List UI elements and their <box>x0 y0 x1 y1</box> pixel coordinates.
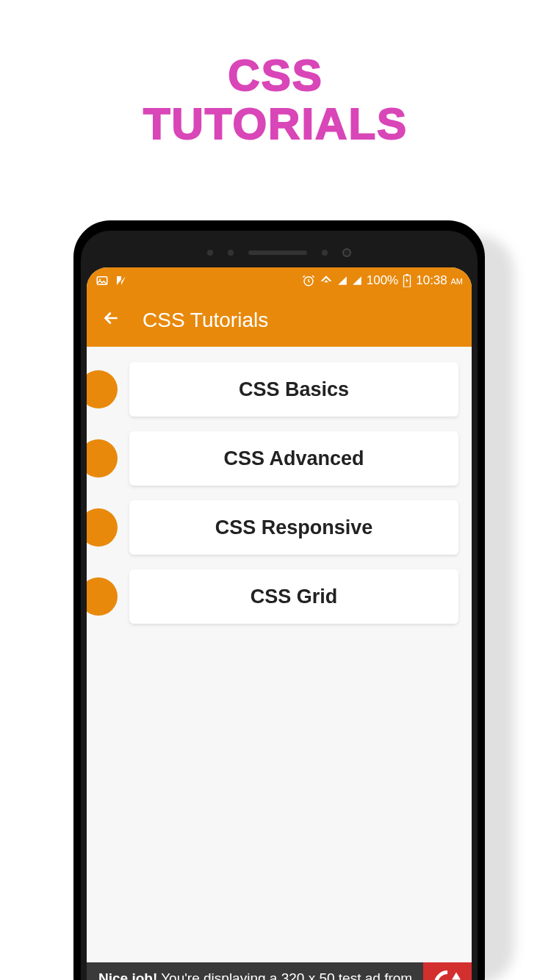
admob-logo: AdMob by Google <box>423 962 472 980</box>
status-left <box>96 274 128 287</box>
alarm-icon <box>302 274 315 287</box>
svg-rect-4 <box>406 274 408 275</box>
back-arrow-icon[interactable] <box>101 309 120 333</box>
phone-frame: 100% 10:38 AM CSS Tutorials CSS Basi <box>73 220 485 980</box>
promo-title: CSS TUTORIALS <box>0 0 551 178</box>
phone-screen: 100% 10:38 AM CSS Tutorials CSS Basi <box>87 267 472 980</box>
sensor-dot-icon <box>322 250 328 256</box>
ad-banner[interactable]: Nice job! You're displaying a 320 x 50 t… <box>87 962 472 980</box>
ad-bold-text: Nice job! <box>98 970 157 980</box>
promo-line-1: CSS <box>228 51 323 100</box>
sensor-dot-icon <box>207 250 213 256</box>
app-bar: CSS Tutorials <box>87 294 472 347</box>
item-label: CSS Responsive <box>215 516 373 539</box>
item-bullet-icon <box>87 508 118 547</box>
item-label: CSS Basics <box>239 378 349 401</box>
status-right: 100% 10:38 AM <box>302 273 463 288</box>
phone-frame-inner: 100% 10:38 AM CSS Tutorials CSS Basi <box>81 231 478 980</box>
list-item[interactable]: CSS Responsive <box>87 500 472 555</box>
item-bullet-icon <box>87 439 118 478</box>
item-bullet-icon <box>87 577 118 616</box>
content-area: CSS Basics CSS Advanced CSS Responsive <box>87 347 472 980</box>
sensor-dot-icon <box>228 250 234 256</box>
list-item[interactable]: CSS Grid <box>87 569 472 624</box>
speaker-icon <box>248 251 307 255</box>
ad-text: Nice job! You're displaying a 320 x 50 t… <box>98 970 423 980</box>
status-time: 10:38 AM <box>416 273 463 288</box>
signal-icon <box>352 275 362 286</box>
nougat-icon <box>115 274 128 287</box>
item-card[interactable]: CSS Grid <box>129 569 458 624</box>
signal-icon <box>337 275 347 286</box>
app-title: CSS Tutorials <box>143 309 268 332</box>
status-bar: 100% 10:38 AM <box>87 267 472 294</box>
image-notification-icon <box>96 274 109 287</box>
front-camera-icon <box>342 248 351 257</box>
item-card[interactable]: CSS Basics <box>129 362 458 417</box>
item-card[interactable]: CSS Responsive <box>129 500 458 555</box>
admob-logo-icon <box>429 965 467 980</box>
battery-percent: 100% <box>367 273 398 288</box>
item-label: CSS Grid <box>251 586 338 608</box>
list-item[interactable]: CSS Basics <box>87 361 472 417</box>
item-bullet-icon <box>87 370 118 408</box>
promo-line-2: TUTORIALS <box>143 99 408 148</box>
promo-heading: CSS TUTORIALS <box>0 51 551 148</box>
phone-sensor-bar <box>87 238 472 267</box>
battery-charging-icon <box>403 274 411 287</box>
item-card[interactable]: CSS Advanced <box>129 431 458 486</box>
wifi-icon <box>320 274 333 287</box>
list-item[interactable]: CSS Advanced <box>87 430 472 486</box>
item-label: CSS Advanced <box>223 447 364 470</box>
